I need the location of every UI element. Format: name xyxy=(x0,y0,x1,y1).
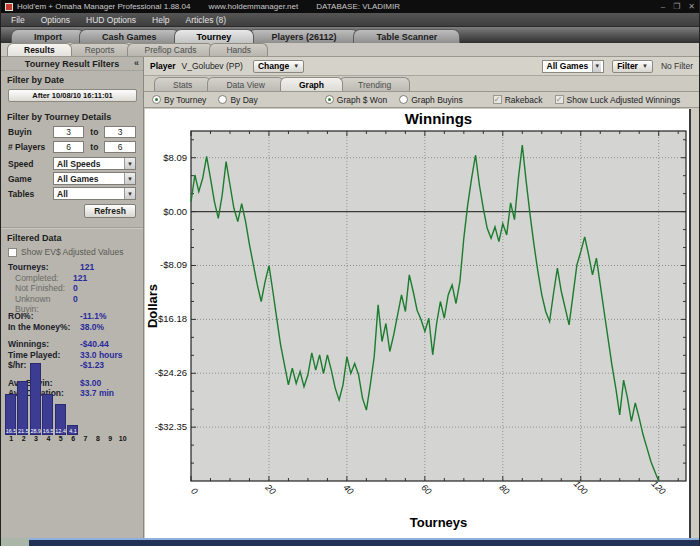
radio-by-day[interactable]: By Day xyxy=(218,95,257,105)
svg-text:Tourneys: Tourneys xyxy=(410,515,468,530)
ev-adjusted-checkbox[interactable] xyxy=(8,248,17,257)
tables-filter-row: Tables All ▼ xyxy=(1,186,143,201)
stat-label: Tourneys: xyxy=(8,262,80,273)
players-to-word: to xyxy=(84,142,104,152)
checkbox-icon[interactable]: ✓ xyxy=(555,95,564,104)
stat-value: 33.0 hours xyxy=(80,350,123,361)
menu-bar: File Options HUD Options Help Articles (… xyxy=(1,13,699,27)
svg-text:Winnings: Winnings xyxy=(405,110,472,127)
all-games-value: All Games xyxy=(547,61,589,71)
svg-text:40: 40 xyxy=(341,482,355,496)
histogram-axis-label: 8 xyxy=(92,435,104,445)
tab-table-scanner[interactable]: Table Scanner xyxy=(353,29,460,43)
radio-icon[interactable] xyxy=(399,95,408,104)
subtab-preflop-cards[interactable]: Preflop Cards xyxy=(127,43,213,56)
filter-button[interactable]: Filter ▼ xyxy=(612,60,653,73)
stat-label: ROI%: xyxy=(8,311,80,322)
players-from-input[interactable]: 6 xyxy=(53,141,85,153)
buyin-to-input[interactable]: 3 xyxy=(104,126,136,138)
checkbox-label: Rakeback xyxy=(505,95,543,105)
change-player-button[interactable]: Change ▼ xyxy=(253,60,304,73)
radio-label: Graph $ Won xyxy=(337,95,387,105)
graph-options-bar: By Tourney By Day Graph $ Won Graph Buyi… xyxy=(144,92,699,108)
radio-icon[interactable] xyxy=(152,95,161,104)
subtab-hands[interactable]: Hands xyxy=(209,43,268,56)
stat-value: -$40.44 xyxy=(80,339,109,350)
tab-data-view[interactable]: Data View xyxy=(207,77,284,91)
all-games-select[interactable]: All Games ▼ xyxy=(542,60,605,73)
tab-players[interactable]: Players (26112) xyxy=(248,29,359,43)
close-icon[interactable]: ✕ xyxy=(688,2,695,11)
refresh-button[interactable]: Refresh xyxy=(84,204,136,218)
checkbox-rakeback[interactable]: ✓ Rakeback xyxy=(493,95,543,105)
players-filter-row: # Players 6 to 6 xyxy=(1,139,143,154)
subtab-results[interactable]: Results xyxy=(7,43,72,56)
filter-status: No Filter xyxy=(661,61,693,71)
chevron-down-icon: ▼ xyxy=(293,63,299,69)
buyin-label: Buyin xyxy=(8,127,53,137)
sidebar-title: Tourney Result Filters xyxy=(25,59,119,69)
tab-trending[interactable]: Trending xyxy=(339,77,410,91)
collapse-sidebar-icon[interactable]: « xyxy=(134,58,139,68)
svg-text:-$8.09: -$8.09 xyxy=(160,259,187,270)
website-text: www.holdemmanager.net xyxy=(208,2,298,11)
sidebar-header: Tourney Result Filters « xyxy=(1,57,143,71)
tab-stats[interactable]: Stats xyxy=(154,77,211,91)
stat-value: 38.0% xyxy=(80,322,104,333)
minimize-icon[interactable]: – xyxy=(661,2,665,11)
chevron-down-icon: ▼ xyxy=(642,63,648,69)
histogram-axis-label: 10 xyxy=(117,435,129,445)
tables-select[interactable]: All ▼ xyxy=(53,187,136,200)
chevron-down-icon[interactable]: ▼ xyxy=(124,158,135,169)
filter-label: Filter xyxy=(617,61,638,71)
radio-label: By Tourney xyxy=(164,95,206,105)
view-tab-bar: Stats Data View Graph Trending xyxy=(144,76,699,92)
chevron-down-icon[interactable]: ▼ xyxy=(124,188,135,199)
finish-position-histogram: 16.521.528.916.512.44.1 12345678910 xyxy=(5,360,129,446)
buyin-from-input[interactable]: 3 xyxy=(53,126,85,138)
menu-file[interactable]: File xyxy=(11,15,25,25)
histogram-axis-label: 6 xyxy=(67,435,79,445)
main-panel: Player V_Golubev (PP) Change ▼ All Games… xyxy=(144,57,699,538)
svg-text:$0.00: $0.00 xyxy=(163,206,187,217)
radio-icon[interactable] xyxy=(325,95,334,104)
game-label: Game xyxy=(8,174,53,184)
menu-help[interactable]: Help xyxy=(152,15,169,25)
menu-articles[interactable]: Articles (8) xyxy=(186,15,227,25)
radio-graph-won[interactable]: Graph $ Won xyxy=(325,95,387,105)
players-to-input[interactable]: 6 xyxy=(104,141,136,153)
svg-text:0: 0 xyxy=(189,486,200,497)
stat-value: -11.1% xyxy=(80,311,106,322)
radio-icon[interactable] xyxy=(218,95,227,104)
player-name: V_Golubev (PP) xyxy=(182,61,243,71)
tab-tourney[interactable]: Tourney xyxy=(174,29,255,43)
game-select[interactable]: All Games ▼ xyxy=(53,172,136,185)
svg-text:60: 60 xyxy=(419,482,433,496)
filter-by-details-title: Filter by Tourney Details xyxy=(1,108,143,124)
bottom-left-corner xyxy=(1,538,29,546)
players-label: # Players xyxy=(8,142,53,152)
histogram-bar-label: 16.5 xyxy=(42,428,54,434)
tab-import[interactable]: Import xyxy=(11,29,85,43)
buyin-to-word: to xyxy=(84,127,104,137)
radio-by-tourney[interactable]: By Tourney xyxy=(152,95,206,105)
histogram-axis-label: 2 xyxy=(17,435,29,445)
checkbox-icon[interactable]: ✓ xyxy=(493,95,502,104)
tab-graph[interactable]: Graph xyxy=(280,77,343,91)
radio-graph-buyins[interactable]: Graph Buyins xyxy=(399,95,463,105)
stat-label: Unknown Buyin: xyxy=(8,294,73,305)
menu-hud-options[interactable]: HUD Options xyxy=(86,15,136,25)
maximize-icon[interactable]: ❐ xyxy=(673,2,680,11)
date-filter-button[interactable]: After 10/08/10 16:11:01 xyxy=(8,89,137,102)
checkbox-luck-adjusted[interactable]: ✓ Show Luck Adjusted Winnings xyxy=(555,95,681,105)
menu-options[interactable]: Options xyxy=(41,15,70,25)
speed-select[interactable]: All Speeds ▼ xyxy=(53,157,136,170)
stat-label: Not Finished: xyxy=(8,283,73,294)
svg-text:-$32.35: -$32.35 xyxy=(155,421,187,432)
histogram-bar-label: 4.1 xyxy=(67,428,79,434)
chevron-down-icon[interactable]: ▼ xyxy=(124,173,135,184)
histogram-axis-label: 4 xyxy=(42,435,54,445)
subtab-reports[interactable]: Reports xyxy=(68,43,132,56)
title-bar: Hold'em + Omaha Manager Professional 1.8… xyxy=(1,0,699,13)
tab-cash-games[interactable]: Cash Games xyxy=(79,29,180,43)
